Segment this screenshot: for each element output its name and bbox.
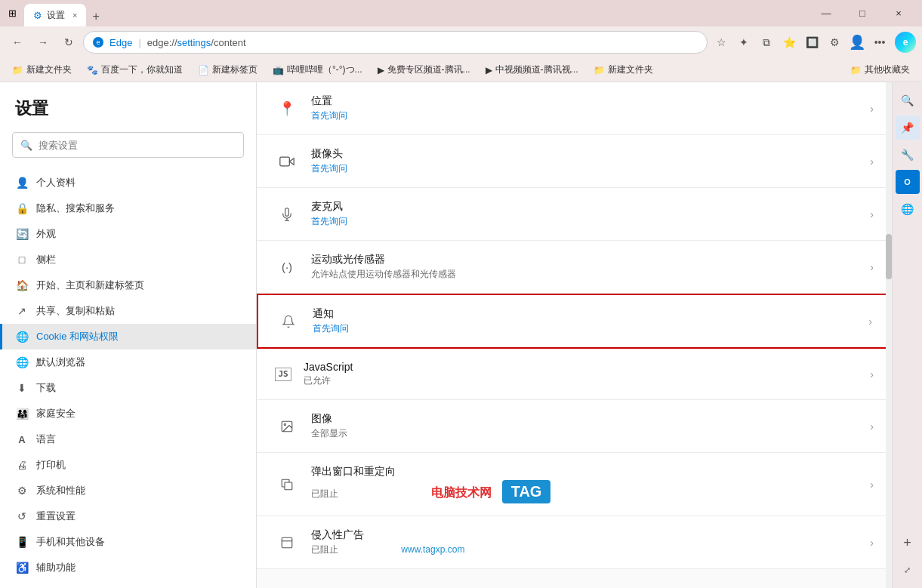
settings-list: 📍 位置 首先询问 › 摄像头 首先询问 xyxy=(257,82,892,569)
new-tab-button[interactable]: + xyxy=(86,7,105,26)
sidebar-item-mobile[interactable]: 📱 手机和其他设备 xyxy=(0,529,256,555)
sidebar-item-privacy[interactable]: 🔒 隐私、搜索和服务 xyxy=(0,195,256,221)
bookmark-label: 新建文件夹 xyxy=(608,63,653,76)
settings-item-notifications[interactable]: 通知 首先询问 › xyxy=(257,294,892,349)
right-edge-icon[interactable]: 🌐 xyxy=(896,197,920,221)
scrollbar-thumb[interactable] xyxy=(886,234,892,279)
settings-icon[interactable]: ⚙ xyxy=(824,32,845,53)
search-icon: 🔍 xyxy=(20,140,32,151)
tab-icon: ⊞ xyxy=(6,8,18,20)
settings-item-content: 弹出窗口和重定向 已阻止 电脑技术网 TAG xyxy=(311,465,870,503)
settings-item-subtitle: 全部显示 xyxy=(311,427,870,440)
collections-icon[interactable]: ✦ xyxy=(733,32,754,53)
close-button[interactable]: × xyxy=(881,2,916,26)
right-tools-icon[interactable]: 🔧 xyxy=(896,143,920,167)
notification-icon xyxy=(276,309,301,334)
right-zoom-icon[interactable]: ⤢ xyxy=(896,558,920,582)
settings-item-ads[interactable]: 侵入性广告 已阻止 www.tagxp.com › xyxy=(257,516,892,569)
settings-item-content: 侵入性广告 已阻止 www.tagxp.com xyxy=(311,528,870,556)
minimize-button[interactable]: — xyxy=(809,2,843,26)
bookmark-label: 百度一下，你就知道 xyxy=(101,63,183,76)
sidebar-nav-icon: □ xyxy=(15,253,29,266)
family-nav-icon: 👨‍👩‍👧 xyxy=(15,407,29,420)
sidebar-item-sidebar[interactable]: □ 侧栏 xyxy=(0,247,256,272)
motion-icon: (·) xyxy=(275,255,299,279)
sidebar-item-browser[interactable]: 🌐 默认浏览器 xyxy=(0,349,256,375)
brand-label: Edge xyxy=(109,37,132,48)
bookmark-tencent-mid[interactable]: ▶ 中视频频道-腾讯视... xyxy=(480,62,584,78)
sidebar-item-language[interactable]: A 语言 xyxy=(0,426,256,452)
sidebar-item-reset[interactable]: ↺ 重置设置 xyxy=(0,503,256,529)
star-icon[interactable]: ☆ xyxy=(711,32,732,53)
refresh-button[interactable]: ↻ xyxy=(57,31,80,54)
address-separator: | xyxy=(138,37,140,48)
tab-close-button[interactable]: × xyxy=(72,11,77,20)
address-bar[interactable]: e Edge | edge://settings/content xyxy=(83,31,708,54)
search-box[interactable]: 🔍 xyxy=(12,132,244,158)
sidebar-item-family[interactable]: 👨‍👩‍👧 家庭安全 xyxy=(0,401,256,426)
sidebar-item-about[interactable]: ℹ 关于 Microsoft Edge xyxy=(0,580,256,588)
bookmarks-bar: 📁 新建文件夹 🐾 百度一下，你就知道 📄 新建标签页 📺 哔哩哔哩（°-°)つ… xyxy=(0,58,922,82)
sidebar-item-downloads[interactable]: ⬇ 下载 xyxy=(0,375,256,401)
back-button[interactable]: ← xyxy=(6,31,29,54)
settings-item-title: 麦克风 xyxy=(311,200,870,214)
edge-logo[interactable]: e xyxy=(895,32,916,53)
more-icon[interactable]: ••• xyxy=(869,32,890,53)
location-icon: 📍 xyxy=(275,97,299,121)
right-panel: 🔍 📌 🔧 O 🌐 + ⤢ xyxy=(892,82,922,588)
settings-item-subtitle: 首先询问 xyxy=(311,109,870,122)
popups-icon xyxy=(275,473,299,497)
sidebar-item-profile[interactable]: 👤 个人资料 xyxy=(0,170,256,195)
bookmark-bilibili[interactable]: 📺 哔哩哔哩（°-°)つ... xyxy=(267,62,368,78)
bookmark-baidu[interactable]: 🐾 百度一下，你就知道 xyxy=(81,62,189,78)
sidebar-item-label: Cookie 和网站权限 xyxy=(36,330,119,343)
sidebar-item-accessibility[interactable]: ♿ 辅助功能 xyxy=(0,555,256,580)
settings-item-location[interactable]: 📍 位置 首先询问 › xyxy=(257,82,892,135)
maximize-button[interactable]: □ xyxy=(845,2,880,26)
settings-item-images[interactable]: 图像 全部显示 › xyxy=(257,400,892,453)
right-search-icon[interactable]: 🔍 xyxy=(896,88,920,112)
bookmark-label: 免费专区频道-腾讯... xyxy=(387,63,470,76)
toolbar-icons: ☆ ✦ ⧉ ⭐ 🔲 ⚙ 👤 ••• e xyxy=(711,32,916,53)
right-pin-icon[interactable]: 📌 xyxy=(896,115,920,140)
settings-item-subtitle: 首先询问 xyxy=(311,215,870,228)
settings-item-camera[interactable]: 摄像头 首先询问 › xyxy=(257,135,892,188)
settings-item-javascript[interactable]: JS JavaScript 已允许 › xyxy=(257,349,892,400)
profile-icon[interactable]: 👤 xyxy=(846,32,868,53)
favorites-icon[interactable]: ⭐ xyxy=(779,32,800,53)
bookmark-tencent-free[interactable]: ▶ 免费专区频道-腾讯... xyxy=(372,62,476,78)
sidebar-item-label: 辅助功能 xyxy=(36,561,76,574)
appearance-nav-icon: 🔄 xyxy=(15,227,29,241)
sidebar-item-label: 共享、复制和粘贴 xyxy=(36,304,115,318)
address-url: edge://settings/content xyxy=(147,37,246,48)
screenshot-icon[interactable]: 🔲 xyxy=(801,32,822,53)
bookmark-other[interactable]: 📁 其他收藏夹 xyxy=(844,62,916,78)
svg-point-4 xyxy=(284,423,285,425)
settings-item-motion[interactable]: (·) 运动或光传感器 允许站点使用运动传感器和光传感器 › xyxy=(257,241,892,294)
split-icon[interactable]: ⧉ xyxy=(756,32,777,53)
active-tab[interactable]: ⚙ 设置 × xyxy=(24,4,86,26)
accessibility-nav-icon: ♿ xyxy=(15,561,29,574)
sidebar-item-appearance[interactable]: 🔄 外观 xyxy=(0,221,256,247)
settings-item-title: 弹出窗口和重定向 xyxy=(311,465,870,479)
settings-item-popups[interactable]: 弹出窗口和重定向 已阻止 电脑技术网 TAG › xyxy=(257,453,892,516)
search-input[interactable] xyxy=(39,140,236,151)
settings-item-microphone[interactable]: 麦克风 首先询问 › xyxy=(257,188,892,241)
forward-button[interactable]: → xyxy=(32,31,54,54)
scrollbar-track[interactable] xyxy=(886,82,892,588)
sidebar-item-share[interactable]: ↗ 共享、复制和粘贴 xyxy=(0,298,256,324)
bookmark-label: 新建文件夹 xyxy=(26,63,72,76)
sidebar-item-printer[interactable]: 🖨 打印机 xyxy=(0,452,256,478)
sidebar-item-newtab[interactable]: 🏠 开始、主页和新建标签页 xyxy=(0,272,256,298)
bookmark-new-folder-2[interactable]: 📁 新建文件夹 xyxy=(587,62,659,78)
bookmark-new-tab[interactable]: 📄 新建标签页 xyxy=(192,62,264,78)
right-outlook-icon[interactable]: O xyxy=(896,170,920,194)
sidebar-item-system[interactable]: ⚙ 系统和性能 xyxy=(0,478,256,503)
browser-nav-icon: 🌐 xyxy=(15,356,29,369)
right-add-icon[interactable]: + xyxy=(896,531,920,555)
settings-item-content: 位置 首先询问 xyxy=(311,94,870,122)
reset-nav-icon: ↺ xyxy=(15,509,29,523)
bookmark-new-folder-1[interactable]: 📁 新建文件夹 xyxy=(6,62,78,78)
settings-item-content: 通知 首先询问 xyxy=(313,307,868,335)
sidebar-item-cookies[interactable]: 🌐 Cookie 和网站权限 xyxy=(0,324,256,349)
